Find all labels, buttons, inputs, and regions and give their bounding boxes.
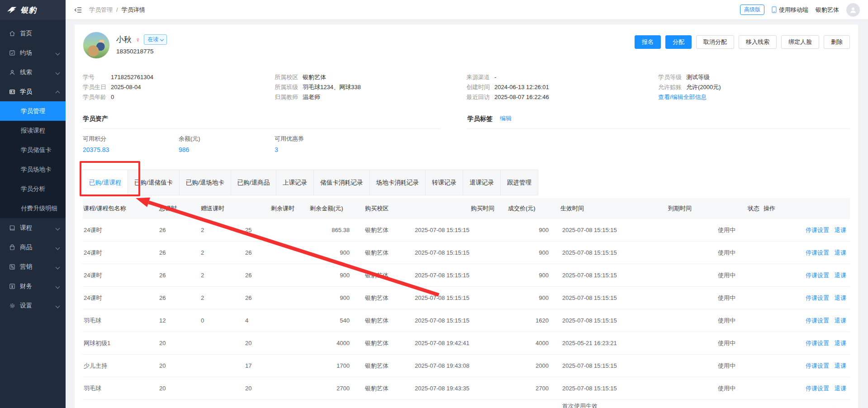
sidebar-item[interactable]: 财务	[0, 276, 66, 296]
status-badge[interactable]: 在读	[144, 34, 167, 45]
cell-remaining-amount: 900	[298, 242, 353, 264]
cell-course-name: 羽毛球	[83, 377, 159, 400]
cell-remaining-hours: 25	[245, 219, 298, 242]
effective-line1: 2025-07-08 15:15:15	[562, 385, 659, 392]
edit-tags-link[interactable]: 编辑	[500, 114, 512, 123]
stop-class-link[interactable]: 停课设置	[806, 294, 829, 302]
stop-class-link[interactable]: 停课设置	[806, 384, 829, 393]
asset-value[interactable]: 3	[275, 146, 370, 153]
action-button[interactable]: 移入线索	[739, 35, 777, 49]
info-label: 归属教师	[275, 92, 303, 102]
sidebar-subitem[interactable]: 学员管理	[0, 101, 66, 121]
info-value: 1718252761304	[111, 72, 153, 82]
info-label: 最近回访	[466, 92, 494, 102]
cell-operations: 停课设置 退课	[763, 242, 850, 264]
cell-campus: 银豹艺体	[353, 287, 403, 309]
info-value[interactable]: 查看/编辑全部信息	[658, 92, 707, 102]
operation-link[interactable]: 退课	[835, 362, 846, 370]
sidebar-item[interactable]: 商品	[0, 237, 66, 257]
stop-class-link[interactable]: 停课设置	[806, 226, 829, 234]
sidebar-subitem[interactable]: 学员分析	[0, 179, 66, 199]
operation-link[interactable]: 退课	[835, 226, 846, 234]
breadcrumb-parent[interactable]: 学员管理	[89, 6, 113, 14]
org-name[interactable]: 银豹艺体	[816, 6, 839, 14]
table-header-row: 课程/课程包名称 总课时 赠送课时 剩余课时 剩余金额(元) 购买校区 购买时间	[83, 198, 850, 219]
sidebar-item[interactable]: 线索	[0, 62, 66, 82]
action-button[interactable]: 取消分配	[696, 35, 734, 49]
cell-gift-hours: 2	[200, 264, 245, 287]
tab-item[interactable]: 储值卡消耗记录	[313, 170, 370, 195]
cell-buy-time: 2025-07-08 19:42:41	[403, 332, 498, 355]
sidebar-subitem-label: 付费升级明细	[21, 204, 57, 213]
use-mobile-link[interactable]: 使用移动端	[772, 6, 808, 14]
action-button[interactable]: 绑定人脸	[781, 35, 819, 49]
cell-operations: 停课设置 退课	[763, 355, 850, 377]
cell-total-hours: 20	[159, 377, 200, 400]
sidebar-item[interactable]: 营销	[0, 257, 66, 276]
sidebar-item[interactable]: 首页	[0, 24, 66, 43]
asset-value[interactable]: 20375.83	[83, 146, 179, 153]
info-value[interactable]: 允许(2000元)	[686, 82, 721, 92]
cell-remaining-amount: 1700	[298, 355, 353, 377]
operation-link[interactable]: 退课	[835, 317, 846, 325]
cell-operations: 停课设置 退课	[763, 219, 850, 242]
user-avatar[interactable]	[846, 3, 860, 17]
operation-link[interactable]: 退课	[835, 249, 846, 257]
stop-class-link[interactable]: 停课设置	[806, 339, 829, 347]
cell-expire-time	[660, 264, 710, 287]
operation-link[interactable]: 退课	[835, 294, 846, 302]
info-label: 学号	[83, 72, 111, 82]
asset-label: 可用积分	[83, 135, 179, 143]
cell-price: 900	[498, 287, 552, 309]
student-avatar[interactable]	[83, 32, 110, 59]
cell-remaining-amount: 900	[298, 287, 353, 309]
table-row: 羽毛球 12 0 4 540 银豹艺体 2025-07-08 15:15:15 …	[83, 309, 850, 332]
tab-item[interactable]: 已购/退商品	[231, 170, 276, 195]
action-button[interactable]: 报名	[635, 35, 661, 49]
operation-link[interactable]: 退课	[835, 271, 846, 280]
operation-link[interactable]: 退课	[835, 339, 846, 347]
cell-price: 1620	[498, 309, 552, 332]
sidebar-item[interactable]: 学员	[0, 82, 66, 101]
sidebar-item-label: 课程	[20, 224, 32, 232]
cell-gift-hours: 2	[200, 219, 245, 242]
version-badge[interactable]: 高级版	[740, 5, 764, 15]
tab-item[interactable]: 已购/退场地卡	[179, 170, 231, 195]
sidebar-subitem[interactable]: 报读课程	[0, 121, 66, 140]
tab-item[interactable]: 上课记录	[276, 170, 314, 195]
sidebar-subitem[interactable]: 学员储值卡	[0, 140, 66, 160]
tab-item[interactable]: 跟进管理	[500, 170, 538, 195]
cell-expire-time: -	[660, 400, 710, 408]
cell-total-hours: 26	[159, 264, 200, 287]
action-button[interactable]: 分配	[665, 35, 692, 49]
cell-campus: 银豹艺体	[353, 332, 403, 355]
sidebar-subitem[interactable]: 付费升级明细	[0, 199, 66, 218]
topbar: 学员管理 / 学员详情 高级版 使用移动端 银豹艺体	[66, 0, 868, 20]
tab-item[interactable]: 已购/退课程	[82, 170, 128, 195]
table-body: 24课时 26 2 25 865.38 银豹艺体 2025-07-08 15:1…	[83, 219, 850, 408]
info-col-4: 学员等级 测试等级 允许赊账 允许(2000元) 查看/编辑全部信息	[658, 72, 850, 102]
stop-class-link[interactable]: 停课设置	[806, 249, 829, 257]
cell-remaining-hours: -	[245, 400, 298, 408]
sidebar-item[interactable]: 约场	[0, 43, 66, 62]
tab-item[interactable]: 转课记录	[425, 170, 463, 195]
info-col-3: 来源渠道 - 创建时间 2024-06-13 12:26:01 最近回访 202…	[466, 72, 658, 102]
tab-item[interactable]: 已购/退储值卡	[128, 170, 180, 195]
asset-label: 可用优惠券	[275, 135, 370, 143]
stop-class-link[interactable]: 停课设置	[806, 362, 829, 370]
collapse-menu-icon[interactable]	[74, 7, 82, 13]
app-logo[interactable]: 银豹	[0, 0, 66, 20]
sidebar-item[interactable]: 设置	[0, 296, 66, 315]
operation-link[interactable]: 退课	[835, 384, 846, 393]
asset-value[interactable]: 986	[179, 146, 275, 153]
stop-class-link[interactable]: 停课设置	[806, 317, 829, 325]
assets-list: 可用积分 20375.83 余额(元) 986 可用优惠券 3	[83, 135, 440, 153]
sidebar-item-label: 约场	[20, 49, 32, 57]
sidebar-subitem[interactable]: 学员场地卡	[0, 160, 66, 179]
sidebar-item[interactable]: 课程	[0, 218, 66, 237]
tab-item[interactable]: 场地卡消耗记录	[370, 170, 426, 195]
action-button[interactable]: 删除	[824, 35, 850, 49]
info-value[interactable]: 测试等级	[686, 72, 710, 82]
stop-class-link[interactable]: 停课设置	[806, 271, 829, 280]
tab-item[interactable]: 退课记录	[463, 170, 501, 195]
